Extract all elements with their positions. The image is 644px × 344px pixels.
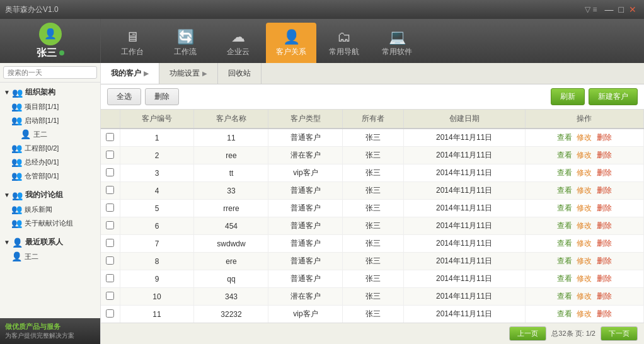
next-page-button[interactable]: 下一页: [601, 326, 638, 341]
cell-checkbox: [101, 200, 120, 217]
subnav-recycle[interactable]: 回收站: [218, 63, 262, 84]
delete-button[interactable]: 删除: [145, 88, 179, 105]
action-edit[interactable]: 修改: [577, 256, 592, 265]
cell-checkbox: [101, 270, 120, 288]
search-input[interactable]: [3, 66, 97, 79]
action-delete[interactable]: 删除: [597, 309, 612, 318]
cell-num: 7: [120, 235, 194, 253]
action-delete[interactable]: 删除: [597, 151, 612, 159]
action-edit[interactable]: 修改: [577, 221, 592, 230]
tab-workflow[interactable]: 🔄 工作流: [160, 23, 210, 63]
func-settings-arrow: ▶: [202, 70, 207, 77]
row-checkbox[interactable]: [106, 151, 114, 159]
cell-owner: 张三: [343, 200, 403, 217]
subnav-func-settings[interactable]: 功能设置 ▶: [159, 63, 218, 84]
sidebar-item-eng[interactable]: 👥 工程部[0/2]: [0, 141, 100, 155]
recent-label: 最近联系人: [25, 237, 63, 248]
prev-page-button[interactable]: 上一页: [509, 326, 546, 341]
action-edit[interactable]: 修改: [577, 292, 592, 301]
cell-actions: 查看 修改 删除: [525, 235, 643, 253]
action-delete[interactable]: 删除: [597, 186, 612, 195]
action-edit[interactable]: 修改: [577, 274, 592, 283]
action-view[interactable]: 查看: [557, 309, 572, 318]
app-title: 奥菲森办公V1.0: [5, 4, 59, 15]
action-view[interactable]: 查看: [557, 151, 572, 159]
title-bar: 奥菲森办公V1.0 ▽ ≡ — □ ✕: [0, 0, 644, 19]
action-edit[interactable]: 修改: [577, 186, 592, 195]
tab-software-label: 常用软件: [382, 47, 412, 57]
refresh-button[interactable]: 刷新: [551, 88, 585, 105]
action-edit[interactable]: 修改: [577, 309, 592, 318]
action-view[interactable]: 查看: [557, 274, 572, 283]
sidebar-item-admin[interactable]: 👥 总经办[0/1]: [0, 155, 100, 169]
col-name: 客户名称: [194, 110, 268, 129]
tab-customer[interactable]: 👤 客户关系: [266, 23, 316, 63]
action-delete[interactable]: 删除: [597, 292, 612, 301]
action-edit[interactable]: 修改: [577, 239, 592, 248]
workflow-icon: 🔄: [177, 29, 194, 45]
new-customer-button[interactable]: 新建客户: [589, 88, 638, 105]
row-checkbox[interactable]: [106, 309, 114, 318]
action-edit[interactable]: 修改: [577, 204, 592, 212]
action-view[interactable]: 查看: [557, 204, 572, 212]
sidebar-item-wanger[interactable]: 👤 王二: [0, 127, 100, 141]
row-checkbox[interactable]: [106, 292, 114, 300]
action-delete[interactable]: 删除: [597, 256, 612, 265]
tab-nav[interactable]: 🗂 常用导航: [319, 23, 369, 63]
row-checkbox[interactable]: [106, 256, 114, 265]
tab-workbench[interactable]: 🖥 工作台: [107, 23, 158, 63]
org-section-header[interactable]: ▼ 👥 组织架构: [0, 85, 100, 100]
cell-num: 6: [120, 217, 194, 235]
org-label: 组织架构: [25, 87, 55, 98]
row-checkbox[interactable]: [106, 221, 114, 229]
cell-actions: 查看 修改 删除: [525, 129, 643, 147]
sidebar-item-ent-news[interactable]: 👥 娱乐新闻: [0, 202, 100, 216]
sidebar-item-about-disc[interactable]: 👥 关于献献讨论组: [0, 216, 100, 230]
close-button[interactable]: ✕: [626, 4, 639, 14]
row-checkbox[interactable]: [106, 204, 114, 212]
row-checkbox[interactable]: [106, 168, 114, 176]
action-delete[interactable]: 删除: [597, 274, 612, 283]
action-edit[interactable]: 修改: [577, 151, 592, 159]
sidebar-item-store[interactable]: 👥 仓管部[0/1]: [0, 169, 100, 183]
action-view[interactable]: 查看: [557, 133, 572, 142]
action-delete[interactable]: 删除: [597, 204, 612, 212]
sidebar: ▼ 👥 组织架构 👥 项目部[1/1] 👥 启动部[1/1] 👤 王二 👥 工程…: [0, 63, 101, 344]
recent-section-header[interactable]: ▼ 👤 最近联系人: [0, 235, 100, 249]
tab-enterprise[interactable]: ☁ 企业云: [213, 23, 263, 63]
row-checkbox[interactable]: [106, 239, 114, 247]
discussion-section-header[interactable]: ▼ 👥 我的讨论组: [0, 188, 100, 202]
select-all-button[interactable]: 全选: [107, 88, 141, 105]
proj-icon: 👥: [11, 101, 22, 112]
signal-icon: ≡: [593, 5, 597, 14]
sidebar-promo[interactable]: 做优质产品与服务 为客户提供完整解决方案: [0, 318, 101, 344]
sidebar-item-proj[interactable]: 👥 项目部[1/1]: [0, 100, 100, 113]
cell-num: 4: [120, 182, 194, 200]
org-collapse-icon: ▼: [4, 89, 10, 96]
action-delete[interactable]: 删除: [597, 168, 612, 177]
row-checkbox[interactable]: [106, 133, 114, 141]
tab-software[interactable]: 💻 常用软件: [372, 23, 422, 63]
minimize-button[interactable]: —: [602, 4, 616, 14]
action-delete[interactable]: 删除: [597, 239, 612, 248]
action-delete[interactable]: 删除: [597, 221, 612, 230]
action-view[interactable]: 查看: [557, 168, 572, 177]
sidebar-item-recent-wanger[interactable]: 👤 王二: [0, 249, 100, 263]
cell-date: 2014年11月11日: [403, 270, 525, 288]
sidebar-item-startup[interactable]: 👥 启动部[1/1]: [0, 113, 100, 127]
action-edit[interactable]: 修改: [577, 133, 592, 142]
maximize-button[interactable]: □: [616, 4, 626, 14]
action-view[interactable]: 查看: [557, 256, 572, 265]
row-checkbox[interactable]: [106, 274, 114, 282]
action-edit[interactable]: 修改: [577, 168, 592, 177]
proj-label: 项目部[1/1]: [25, 102, 59, 112]
action-view[interactable]: 查看: [557, 221, 572, 230]
col-checkbox: [101, 110, 120, 129]
action-view[interactable]: 查看: [557, 239, 572, 248]
subnav-my-customer[interactable]: 我的客户 ▶: [101, 63, 159, 84]
action-view[interactable]: 查看: [557, 186, 572, 195]
action-delete[interactable]: 删除: [597, 133, 612, 142]
action-view[interactable]: 查看: [557, 292, 572, 301]
cell-num: 5: [120, 200, 194, 217]
row-checkbox[interactable]: [106, 186, 114, 194]
